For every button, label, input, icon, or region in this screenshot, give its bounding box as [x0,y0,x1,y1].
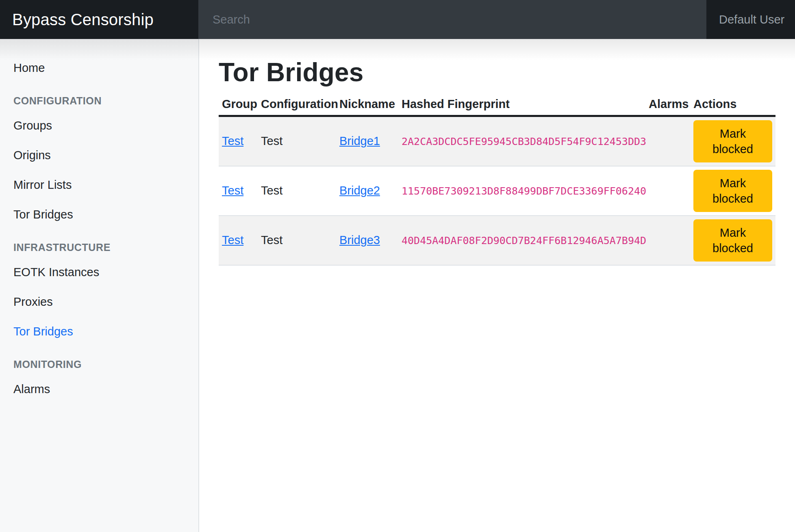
sidebar-item-eotk-instances[interactable]: EOTK Instances [13,260,190,284]
configuration-cell: Test [258,166,336,216]
fingerprint-cell: 2A2CA3DCDC5FE95945CB3D84D5F54F9C12453DD3 [398,116,645,166]
nickname-cell: Bridge2 [336,166,398,216]
sidebar-item-mirror-lists[interactable]: Mirror Lists [13,173,190,197]
navbar-search-area [198,0,706,39]
table-header: Group Configuration Nickname Hashed Fing… [219,93,775,116]
hashed-fingerprint-value: 40D45A4DAF08F2D90CD7B24FF6B12946A5A7B94D [402,235,646,247]
sidebar-item-tor-bridges[interactable]: Tor Bridges [13,320,190,343]
mark-blocked-button[interactable]: Mark blocked [693,219,772,262]
column-header-group: Group [219,93,258,116]
group-link[interactable]: Test [222,184,243,197]
table-row: TestTestBridge211570BE7309213D8F88499DBF… [219,166,775,216]
sidebar-item-origins[interactable]: Origins [13,143,190,167]
alarms-cell [645,166,690,216]
sidebar-item-home[interactable]: Home [13,56,190,80]
fingerprint-cell: 40D45A4DAF08F2D90CD7B24FF6B12946A5A7B94D [398,216,645,265]
column-header-actions: Actions [690,93,775,116]
alarms-cell [645,216,690,265]
sidebar-item-alarms[interactable]: Alarms [13,377,190,401]
configuration-cell: Test [258,116,336,166]
nickname-cell: Bridge1 [336,116,398,166]
page-body: HomeCONFIGURATIONGroupsOriginsMirror Lis… [0,39,795,532]
actions-cell: Mark blocked [690,116,775,166]
sidebar-nav: HomeCONFIGURATIONGroupsOriginsMirror Lis… [0,39,199,532]
sidebar-item-proxies[interactable]: Proxies [13,290,190,314]
user-menu-label: Default User [719,13,784,26]
actions-cell: Mark blocked [690,166,775,216]
table-row: TestTestBridge12A2CA3DCDC5FE95945CB3D84D… [219,116,775,166]
table-row: TestTestBridge340D45A4DAF08F2D90CD7B24FF… [219,216,775,265]
page-title: Tor Bridges [219,58,775,88]
nickname-cell: Bridge3 [336,216,398,265]
alarms-cell [645,116,690,166]
hashed-fingerprint-value: 2A2CA3DCDC5FE95945CB3D84D5F54F9C12453DD3 [402,136,646,147]
sidebar-item-tor-bridges[interactable]: Tor Bridges [13,203,190,226]
column-header-alarms: Alarms [645,93,690,116]
app-brand-link[interactable]: Bypass Censorship [0,0,198,39]
table-body: TestTestBridge12A2CA3DCDC5FE95945CB3D84D… [219,116,775,265]
group-link[interactable]: Test [222,234,243,247]
hashed-fingerprint-value: 11570BE7309213D8F88499DBF7DCE3369FF06240 [402,185,646,197]
top-navbar: Bypass Censorship Default User [0,0,795,39]
nickname-link[interactable]: Bridge1 [339,134,380,147]
tor-bridges-table: Group Configuration Nickname Hashed Fing… [219,93,775,266]
group-cell: Test [219,216,258,265]
app-root: Bypass Censorship Default User HomeCONFI… [0,0,795,532]
column-header-hashed-fingerprint: Hashed Fingerprint [398,93,645,116]
group-cell: Test [219,116,258,166]
sidebar-section-infrastructure: INFRASTRUCTURE [13,239,190,255]
sidebar-item-groups[interactable]: Groups [13,114,190,137]
user-menu[interactable]: Default User [706,0,795,39]
group-link[interactable]: Test [222,134,243,147]
nickname-link[interactable]: Bridge3 [339,234,380,247]
column-header-configuration: Configuration [258,93,336,116]
search-input[interactable] [198,0,706,39]
configuration-cell: Test [258,216,336,265]
mark-blocked-button[interactable]: Mark blocked [693,120,772,162]
sidebar-section-monitoring: MONITORING [13,356,190,372]
main-content: Tor Bridges Group Configuration Nickname… [199,39,795,532]
fingerprint-cell: 11570BE7309213D8F88499DBF7DCE3369FF06240 [398,166,645,216]
nickname-link[interactable]: Bridge2 [339,184,380,197]
sidebar-section-configuration: CONFIGURATION [13,93,190,109]
group-cell: Test [219,166,258,216]
actions-cell: Mark blocked [690,216,775,265]
column-header-nickname: Nickname [336,93,398,116]
mark-blocked-button[interactable]: Mark blocked [693,170,772,212]
